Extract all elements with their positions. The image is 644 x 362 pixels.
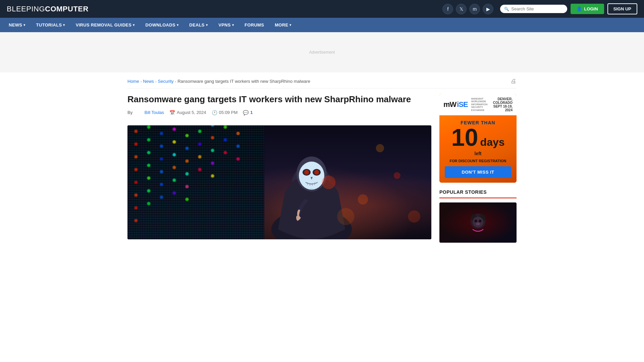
svg-point-8 <box>134 219 138 222</box>
facebook-icon[interactable]: f <box>442 4 453 14</box>
ad-days-label: days <box>480 136 505 148</box>
author-label: By <box>127 110 132 115</box>
hacker-image <box>127 125 431 239</box>
svg-point-22 <box>160 183 163 186</box>
svg-point-53 <box>236 132 240 135</box>
signup-button[interactable]: SIGN UP <box>607 3 637 14</box>
svg-point-46 <box>211 162 214 165</box>
ad-left-word: left <box>445 151 511 156</box>
login-button[interactable]: 👤 LOGIN <box>571 4 604 14</box>
svg-point-36 <box>185 185 189 188</box>
comment-icon: 💬 <box>243 110 249 115</box>
mastodon-icon[interactable]: m <box>469 4 480 14</box>
popular-story-thumbnail[interactable] <box>439 202 517 243</box>
site-logo[interactable]: BLEEPINGCOMPUTER <box>7 5 89 13</box>
svg-point-26 <box>172 140 176 143</box>
svg-point-41 <box>198 155 202 159</box>
svg-point-32 <box>185 134 189 137</box>
nav-forums[interactable]: FORUMS <box>239 18 269 32</box>
svg-point-79 <box>476 223 480 225</box>
svg-point-3 <box>134 155 138 159</box>
ad-banner-top: Advertisement <box>0 32 644 72</box>
ad-discount-text: FOR DISCOUNT REGISTRATION <box>445 159 511 163</box>
popular-stories-heading: POPULAR STORIES <box>439 189 517 198</box>
svg-point-71 <box>337 208 355 225</box>
twitter-icon[interactable]: 𝕏 <box>456 4 467 14</box>
chevron-down-icon: ▾ <box>23 23 25 27</box>
panda-image <box>465 209 491 236</box>
svg-point-11 <box>147 138 150 141</box>
ad-logo: mWiSE <box>443 100 468 109</box>
svg-point-6 <box>134 193 138 197</box>
article-meta: By Bill Toulas 📅 August 5, 2024 🕐 05:09 … <box>127 110 431 120</box>
nav-vpns[interactable]: VPNS ▾ <box>213 18 239 32</box>
nav-downloads[interactable]: DOWNLOADS ▾ <box>140 18 184 32</box>
comment-count: 1 <box>250 110 253 115</box>
ad-number: 10 <box>451 125 478 149</box>
clock-icon: 🕐 <box>212 110 217 115</box>
search-input[interactable] <box>511 6 563 11</box>
chevron-down-icon: ▾ <box>232 23 234 27</box>
led-dots-decoration <box>127 125 255 239</box>
header-right: f 𝕏 m ▶ 🔍 👤 LOGIN SIGN UP <box>442 3 637 14</box>
svg-point-70 <box>408 210 421 223</box>
ad-location: DENVER, COLORADO SEPT 18-19, 2024 <box>493 97 513 112</box>
nav-tutorials[interactable]: TUTORIALS ▾ <box>31 18 70 32</box>
print-icon[interactable]: 🖨 <box>511 78 517 85</box>
bokeh-lights <box>294 125 431 239</box>
author-link[interactable]: Bill Toulas <box>145 110 164 115</box>
svg-point-14 <box>147 176 150 180</box>
nav-deals[interactable]: DEALS ▾ <box>184 18 213 32</box>
svg-point-37 <box>185 197 189 201</box>
content-wrapper: Home › News › Security › Ransomware gang… <box>121 72 523 243</box>
ad-countdown: 10 days <box>445 125 511 149</box>
svg-point-54 <box>236 144 240 148</box>
sidebar: mWiSE MANDIANT WORLDWIDE INFORMATION SEC… <box>439 94 517 243</box>
svg-point-72 <box>376 144 384 152</box>
svg-point-50 <box>224 138 227 141</box>
ad-logo-subtitle: MANDIANT WORLDWIDE INFORMATION SECURITY … <box>471 98 490 112</box>
article-comments[interactable]: 💬 1 <box>243 110 253 115</box>
nav-news[interactable]: NEWS ▾ <box>3 18 31 32</box>
ad-header: mWiSE MANDIANT WORLDWIDE INFORMATION SEC… <box>439 94 517 115</box>
search-bar: 🔍 <box>500 5 567 13</box>
svg-point-4 <box>134 168 138 171</box>
svg-point-19 <box>160 144 163 148</box>
svg-point-30 <box>172 191 176 194</box>
svg-point-42 <box>198 168 202 171</box>
svg-point-7 <box>134 206 138 209</box>
svg-point-43 <box>211 125 214 127</box>
svg-point-13 <box>147 164 150 167</box>
svg-point-33 <box>185 146 189 150</box>
svg-point-20 <box>160 157 163 161</box>
svg-point-47 <box>211 174 214 178</box>
svg-point-39 <box>198 130 202 133</box>
svg-point-67 <box>322 175 336 189</box>
chevron-down-icon: ▾ <box>206 23 208 27</box>
article-date: 📅 August 5, 2024 <box>169 110 206 115</box>
calendar-icon: 📅 <box>169 110 175 115</box>
svg-point-77 <box>475 220 477 222</box>
youtube-icon[interactable]: ▶ <box>483 4 493 14</box>
article-title: Ransomware gang targets IT workers with … <box>127 94 431 105</box>
breadcrumb-home[interactable]: Home <box>127 79 139 84</box>
ad-body: FEWER THAN 10 days left FOR DISCOUNT REG… <box>439 115 517 183</box>
nav-more[interactable]: MORE ▾ <box>269 18 297 32</box>
breadcrumb-news[interactable]: News <box>143 79 154 84</box>
sidebar-ad: mWiSE MANDIANT WORLDWIDE INFORMATION SEC… <box>439 94 517 183</box>
breadcrumb-security[interactable]: Security <box>158 79 174 84</box>
nav-virus-removal[interactable]: VIRUS REMOVAL GUIDES ▾ <box>70 18 140 32</box>
article: Ransomware gang targets IT workers with … <box>127 94 431 239</box>
svg-point-44 <box>211 136 214 139</box>
ad-cta-button[interactable]: DON'T MISS IT <box>445 166 511 178</box>
svg-point-10 <box>147 125 150 129</box>
popular-stories: POPULAR STORIES <box>439 189 517 243</box>
article-hero-image <box>127 125 431 239</box>
svg-point-51 <box>224 151 227 154</box>
chevron-down-icon: ▾ <box>63 23 65 27</box>
breadcrumb-sep: › <box>175 79 176 83</box>
svg-point-45 <box>211 149 214 152</box>
svg-point-23 <box>160 195 163 199</box>
svg-point-25 <box>172 127 176 131</box>
thumbnail-image <box>439 202 517 243</box>
